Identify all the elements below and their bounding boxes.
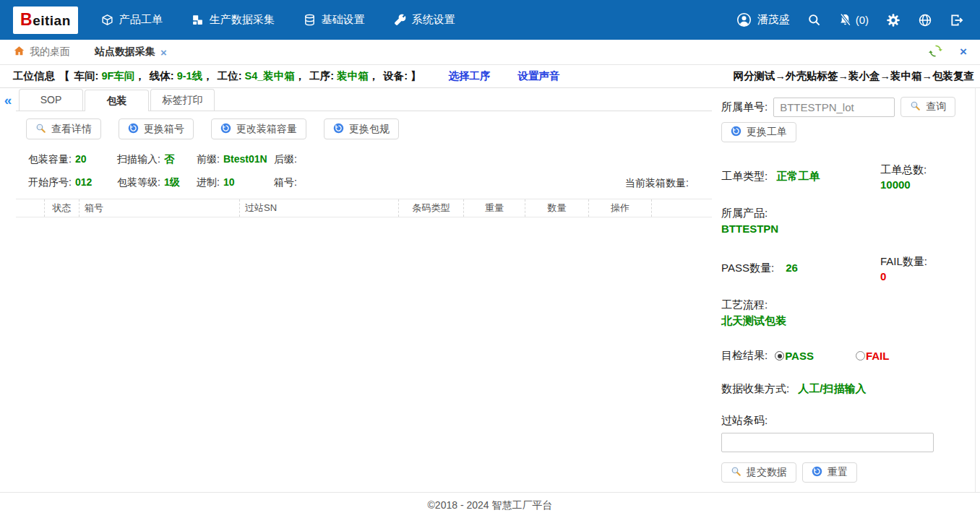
col-actions: 操作 <box>589 199 652 217</box>
pass-radio-label[interactable]: PASS <box>785 350 814 362</box>
tab-packing[interactable]: 包装 <box>85 90 149 111</box>
field-label: 工位: <box>218 69 242 83</box>
button-label: 更改装箱容量 <box>236 123 297 136</box>
database-icon <box>304 14 316 26</box>
field-value: 装中箱 <box>337 69 369 83</box>
search-icon[interactable] <box>807 13 821 27</box>
field-label: 包装等级: <box>117 176 160 188</box>
separator: ， <box>295 69 306 83</box>
field-label: 线体: <box>150 69 174 83</box>
pack-level-field: 包装等级:1级 <box>117 176 197 189</box>
change-pack-spec-button[interactable]: 更换包规 <box>324 118 399 139</box>
wo-total-value: 10000 <box>880 177 927 192</box>
bell-slash-icon <box>838 13 852 27</box>
visual-inspect-label: 目检结果: <box>721 349 768 363</box>
col-pass-sn: 过站SN <box>240 199 399 217</box>
button-label: 提交数据 <box>747 466 787 479</box>
logout-icon[interactable] <box>950 13 964 27</box>
pass-barcode-input[interactable] <box>721 433 934 452</box>
submit-data-button[interactable]: 提交数据 <box>721 462 796 483</box>
tab-label: 站点数据采集 <box>95 46 155 59</box>
wo-type-label: 工单类型: <box>721 170 768 182</box>
field-label: 车间: <box>74 69 99 83</box>
user-name: 潘茂盛 <box>757 13 790 27</box>
pass-fail-row: PASS数量: 26 FAIL数量: 0 <box>721 262 968 275</box>
info-row-1: 包装容量:20 扫描输入:否 前缀:Btest01N 后缀: <box>28 148 712 171</box>
close-icon[interactable]: × <box>960 45 967 59</box>
select-process-link[interactable]: 选择工序 <box>449 69 491 83</box>
change-workorder-button[interactable]: 更换工单 <box>721 122 796 142</box>
refresh-circle-icon <box>812 466 822 479</box>
panel-tabs: SOP 包装 标签打印 <box>16 88 712 111</box>
menu-label: 产品工单 <box>119 13 163 27</box>
field-label: 前缀: <box>197 153 220 165</box>
refresh-circle-icon <box>128 123 139 136</box>
fail-qty-label: FAIL数量: <box>880 254 927 269</box>
tab-sop[interactable]: SOP <box>19 89 83 111</box>
magnifier-icon <box>731 466 742 479</box>
button-label: 查询 <box>926 100 946 113</box>
tab-my-desktop[interactable]: 我的桌面 <box>13 45 70 59</box>
collect-mode-row: 数据收集方式: 人工/扫描输入 <box>721 382 968 396</box>
refresh-icon[interactable] <box>929 44 942 60</box>
query-button[interactable]: 查询 <box>901 97 955 117</box>
pass-barcode-field: 过站条码: <box>721 414 968 452</box>
user-avatar-icon <box>736 12 752 27</box>
collect-mode-value: 人工/扫描输入 <box>798 382 866 394</box>
brand-logo[interactable]: Beitian <box>13 7 78 34</box>
col-status: 状态 <box>45 199 79 217</box>
product-field: 所属产品: BTTESTPN <box>721 205 968 237</box>
packing-panel: SOP 包装 标签打印 查看详情 更换箱号 更改装箱容量 <box>16 88 712 492</box>
change-box-no-button[interactable]: 更换箱号 <box>119 118 194 139</box>
pass-radio[interactable] <box>775 351 784 361</box>
product-value: BTTESTPN <box>721 221 968 237</box>
fail-radio-label[interactable]: FAIL <box>866 350 890 362</box>
gear-icon[interactable] <box>886 13 901 27</box>
process-flow-path: 网分测试→外壳贴标签→装小盒→装中箱→包装复查 <box>734 69 975 83</box>
notifications-button[interactable]: (0) <box>838 13 869 27</box>
menu-product-workorder[interactable]: 产品工单 <box>101 13 163 27</box>
packing-info: 包装容量:20 扫描输入:否 前缀:Btest01N 后缀: 开始序号:012 … <box>28 148 712 194</box>
menu-system-settings[interactable]: 系统设置 <box>394 13 455 27</box>
main-area: « SOP 包装 标签打印 查看详情 更换箱号 更改装箱容量 <box>0 88 980 492</box>
set-sound-link[interactable]: 设置声音 <box>518 69 560 83</box>
view-detail-button[interactable]: 查看详情 <box>26 118 101 139</box>
tab-label-print[interactable]: 标签打印 <box>150 89 215 111</box>
lot-row: 所属单号: 查询 <box>721 97 968 117</box>
button-label: 更换工单 <box>747 126 787 139</box>
separator: ， <box>369 69 379 83</box>
separator: ， <box>202 69 213 83</box>
globe-icon[interactable] <box>918 13 932 27</box>
menu-label: 基础设置 <box>322 13 365 27</box>
close-icon[interactable]: × <box>160 46 167 59</box>
station-info-bar: 工位信息 【 车间: 9F车间， 线体: 9-1线， 工位: S4_装中箱， 工… <box>0 65 980 88</box>
fail-radio[interactable] <box>856 351 865 361</box>
menu-production-data[interactable]: 生产数据采集 <box>192 13 275 27</box>
process-flow-field: 工艺流程: 北天测试包装 <box>721 297 968 329</box>
start-serial-field: 开始序号:012 <box>28 176 117 189</box>
fail-qty-value: 0 <box>880 269 927 284</box>
magnifier-icon <box>910 100 921 113</box>
menu-base-settings[interactable]: 基础设置 <box>304 13 365 27</box>
field-label: 开始序号: <box>28 176 72 188</box>
user-menu[interactable]: 潘茂盛 <box>736 12 790 27</box>
tab-station-data-collect[interactable]: 站点数据采集 × <box>95 46 167 59</box>
reset-button[interactable]: 重置 <box>802 462 857 483</box>
bracket-open: 【 <box>59 69 70 83</box>
change-box-capacity-button[interactable]: 更改装箱容量 <box>211 118 306 139</box>
top-nav-right: 潘茂盛 (0) <box>736 12 964 27</box>
col-box-no: 箱号 <box>79 199 240 217</box>
lot-input[interactable] <box>773 98 895 117</box>
refresh-circle-icon <box>333 123 344 136</box>
product-label: 所属产品: <box>721 205 968 221</box>
panel-collapse-icon[interactable]: « <box>0 91 16 110</box>
visual-inspect-row: 目检结果: PASS FAIL <box>721 349 968 363</box>
button-label: 查看详情 <box>51 123 92 136</box>
info-row-2: 开始序号:012 包装等级:1级 进制:10 箱号: 当前装箱数量: <box>28 171 712 194</box>
cube-icon <box>101 14 113 26</box>
top-nav-bar: Beitian 产品工单 生产数据采集 基础设置 系统设置 潘茂盛 <box>0 0 980 40</box>
packing-toolbar: 查看详情 更换箱号 更改装箱容量 更换包规 <box>26 118 712 139</box>
field-label: 扫描输入: <box>117 153 160 165</box>
field-label: 箱号: <box>274 176 297 188</box>
wrench-icon <box>394 14 406 26</box>
